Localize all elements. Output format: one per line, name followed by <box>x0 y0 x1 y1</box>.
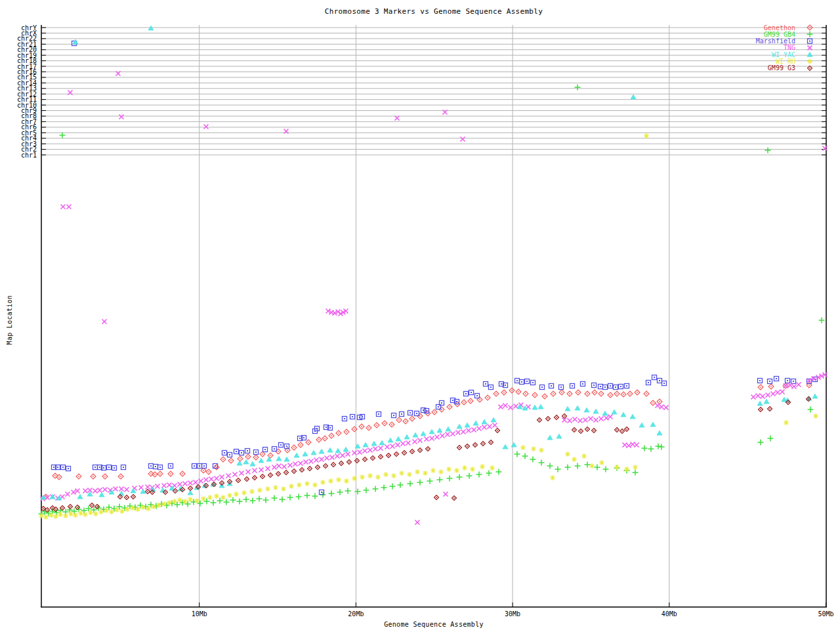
x-tick-label-20Mb: 20Mb <box>348 610 364 618</box>
x-axis-label: Genome Sequence Assembly <box>41 621 826 628</box>
legend-label-gm99-g3: GM99 G3 <box>768 64 795 72</box>
axes <box>41 25 827 607</box>
series-marshfield <box>52 41 818 495</box>
series-wi-yac <box>41 26 818 500</box>
series-genethon <box>43 383 812 499</box>
x-tick-label-50Mb: 50Mb <box>818 610 833 618</box>
chromosome-rows <box>41 28 826 155</box>
plot-area: chrYchrXchr22chr21chr20chr19chr18chr17ch… <box>0 0 840 630</box>
x-tick-label-40Mb: 40Mb <box>662 610 677 618</box>
x-ticks: 10Mb20Mb30Mb40Mb50Mb <box>192 602 834 618</box>
chromosome-label-chr1: chr1 <box>21 152 37 159</box>
chromosome-marker-chart: Chromosome 3 Markers vs Genome Sequence … <box>0 0 840 630</box>
chart-title: Chromosome 3 Markers vs Genome Sequence … <box>41 7 826 16</box>
legend: GenethonGM99 GB4MarshfieldTNGWI YACWI RH… <box>756 24 813 72</box>
series-tng <box>41 72 828 525</box>
y-axis-label: Map Location <box>6 268 13 373</box>
chromosome-labels: chrYchrXchr22chr21chr20chr19chr18chr17ch… <box>17 24 37 159</box>
x-tick-label-30Mb: 30Mb <box>505 610 520 618</box>
series-wi-rh <box>39 133 818 520</box>
vertical-gridlines <box>200 25 669 607</box>
x-tick-label-10Mb: 10Mb <box>192 610 207 618</box>
